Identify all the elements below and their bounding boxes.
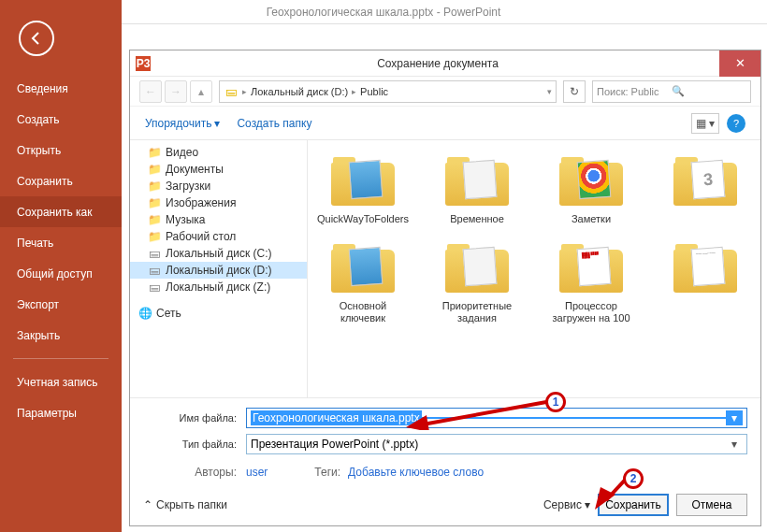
- tags-label: Теги:: [314, 466, 340, 479]
- menu-account[interactable]: Учетная запись: [0, 367, 122, 397]
- svg-marker-3: [595, 487, 615, 510]
- hide-folders-button[interactable]: ⌃Скрыть папки: [143, 498, 227, 511]
- menu-open[interactable]: Открыть: [0, 135, 122, 165]
- folder-item[interactable]: Временное: [431, 155, 523, 225]
- folder-item[interactable]: Заметки: [545, 155, 637, 225]
- tree-item-documents[interactable]: 📁Документы: [130, 161, 307, 178]
- back-button[interactable]: [19, 21, 54, 56]
- tree-item-images[interactable]: 📁Изображения: [130, 194, 307, 211]
- menu-print[interactable]: Печать: [0, 227, 122, 258]
- service-button[interactable]: Сервис▾: [543, 498, 590, 511]
- nav-up-button[interactable]: ▴: [190, 80, 212, 103]
- menu-new[interactable]: Создать: [0, 104, 122, 135]
- tree-item-music[interactable]: 📁Музыка: [130, 211, 307, 228]
- authors-label: Авторы:: [143, 466, 246, 479]
- menu-close[interactable]: Закрыть: [0, 320, 122, 351]
- nav-forward-button[interactable]: →: [165, 80, 187, 103]
- folder-item[interactable]: QuickWayToFolders: [317, 155, 409, 225]
- chevron-down-icon[interactable]: ▾: [547, 87, 552, 96]
- folder-icon: 📁: [147, 162, 162, 177]
- folder-icon: 📁: [147, 229, 162, 244]
- annotation-arrow-1: [406, 396, 551, 430]
- annotation-1: 1: [545, 392, 566, 412]
- folder-icon: 🖴: [224, 84, 239, 99]
- disk-icon: 🖴: [147, 263, 162, 278]
- filetype-label: Тип файла:: [143, 439, 246, 450]
- dialog-body: 📁Видео 📁Документы 📁Загрузки 📁Изображения…: [130, 140, 760, 397]
- tree-item-desktop[interactable]: 📁Рабочий стол: [130, 228, 307, 245]
- chevron-down-icon[interactable]: ▾: [726, 438, 743, 451]
- chevron-down-icon[interactable]: ▾: [726, 410, 743, 425]
- breadcrumb-folder[interactable]: Public: [360, 86, 388, 97]
- svg-line-0: [423, 402, 546, 424]
- search-icon: 🔍: [672, 85, 746, 97]
- refresh-button[interactable]: ↻: [563, 80, 586, 103]
- folder-icon: 📁: [147, 212, 162, 227]
- menu-save[interactable]: Сохранить: [0, 165, 122, 196]
- view-mode-button[interactable]: ▦ ▾: [691, 113, 719, 134]
- tree-item-video[interactable]: 📁Видео: [130, 144, 307, 161]
- menu-divider: [13, 358, 109, 359]
- backstage-sidebar: Сведения Создать Открыть Сохранить Сохра…: [0, 0, 122, 532]
- svg-marker-1: [406, 415, 429, 430]
- breadcrumb[interactable]: 🖴 ▸ Локальный диск (D:) ▸ Public ▾: [219, 80, 557, 103]
- close-button[interactable]: ✕: [719, 50, 760, 77]
- powerpoint-icon: P3: [136, 56, 151, 71]
- folder-icon: 📁: [147, 195, 162, 210]
- folder-item[interactable]: 3: [659, 155, 751, 225]
- tags-value[interactable]: Добавьте ключевое слово: [348, 466, 484, 479]
- chevron-up-icon: ⌃: [143, 498, 152, 511]
- disk-icon: 🖴: [147, 280, 162, 295]
- chevron-down-icon: ▾: [214, 117, 220, 130]
- folder-item[interactable]: ─── ─── ───: [659, 242, 751, 324]
- folder-item[interactable]: ████ ████ ████Процессор загружен на 100: [545, 242, 637, 324]
- dialog-titlebar: P3 Сохранение документа ✕: [130, 50, 760, 77]
- search-input[interactable]: Поиск: Public 🔍: [592, 80, 751, 103]
- filename-label: Имя файла:: [143, 412, 246, 424]
- cancel-button[interactable]: Отмена: [676, 494, 747, 516]
- filetype-select[interactable]: Презентация PowerPoint (*.pptx)▾: [246, 434, 747, 454]
- chevron-right-icon: ▸: [352, 87, 356, 96]
- app-title: Геохронологическая шкала.pptx - PowerPoi…: [267, 6, 501, 19]
- organize-button[interactable]: Упорядочить▾: [145, 117, 220, 130]
- nav-back-button[interactable]: ←: [139, 80, 162, 103]
- annotation-2: 2: [623, 468, 644, 489]
- tree-item-disk-c[interactable]: 🖴Локальный диск (C:): [130, 245, 307, 262]
- dialog-nav: ← → ▴ 🖴 ▸ Локальный диск (D:) ▸ Public ▾…: [130, 77, 760, 107]
- menu-info[interactable]: Сведения: [0, 73, 122, 104]
- dialog-title: Сохранение документа: [156, 57, 719, 70]
- new-folder-button[interactable]: Создать папку: [237, 117, 311, 130]
- disk-icon: 🖴: [147, 246, 162, 261]
- files-pane[interactable]: QuickWayToFolders Временное Заметки 3 Ос…: [308, 140, 760, 397]
- folder-item[interactable]: Приоритетные задания: [431, 242, 523, 324]
- tree-item-network[interactable]: 🌐Сеть: [130, 305, 307, 322]
- folder-item[interactable]: Основной ключевик: [317, 242, 409, 324]
- network-icon: 🌐: [137, 306, 152, 321]
- chevron-right-icon: ▸: [242, 87, 247, 96]
- tree-item-disk-d[interactable]: 🖴Локальный диск (D:): [130, 262, 307, 279]
- save-dialog: P3 Сохранение документа ✕ ← → ▴ 🖴 ▸ Лока…: [129, 50, 761, 526]
- folder-icon: 📁: [147, 145, 162, 160]
- tree-item-disk-z[interactable]: 🖴Локальный диск (Z:): [130, 279, 307, 295]
- menu-options[interactable]: Параметры: [0, 397, 122, 428]
- breadcrumb-disk[interactable]: Локальный диск (D:): [251, 86, 348, 97]
- folder-icon: 📁: [147, 179, 162, 194]
- back-arrow-icon: [28, 30, 45, 47]
- menu-export[interactable]: Экспорт: [0, 289, 122, 320]
- dialog-toolbar: Упорядочить▾ Создать папку ▦ ▾ ?: [130, 107, 760, 140]
- tree-item-downloads[interactable]: 📁Загрузки: [130, 178, 307, 194]
- help-button[interactable]: ?: [727, 114, 745, 133]
- folder-tree[interactable]: 📁Видео 📁Документы 📁Загрузки 📁Изображения…: [130, 140, 308, 397]
- search-placeholder: Поиск: Public: [597, 86, 672, 97]
- menu-save-as[interactable]: Сохранить как: [0, 196, 122, 227]
- authors-value[interactable]: user: [246, 466, 268, 479]
- menu-share[interactable]: Общий доступ: [0, 258, 122, 289]
